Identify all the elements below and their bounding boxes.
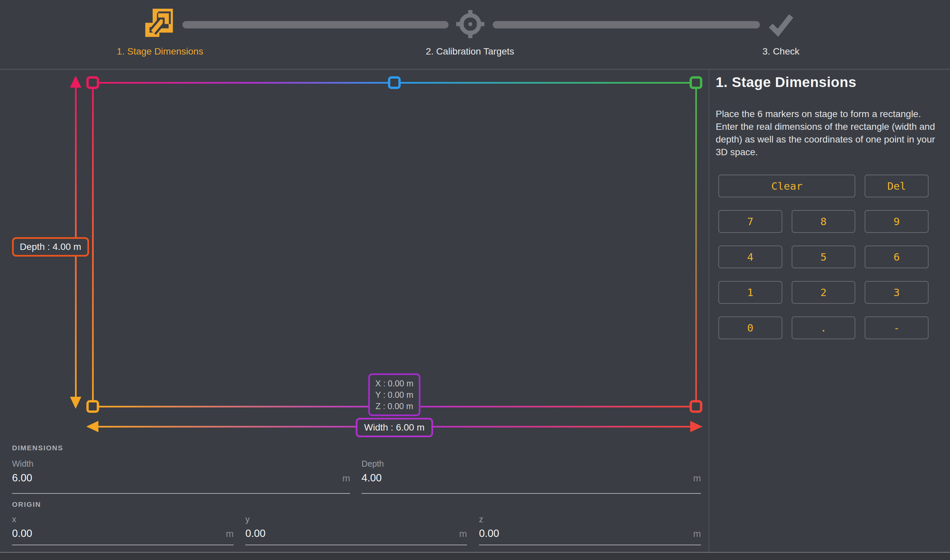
numpad: Clear Del 7 8 9 4 5 6 1 2 3 0 . - [719, 175, 928, 339]
numpad-clear-button[interactable]: Clear [719, 175, 855, 197]
stepper-progress-bar-1 [182, 21, 449, 28]
stage-edge-left [92, 82, 94, 408]
dimensions-section-heading: DIMENSIONS [12, 444, 63, 452]
depth-field-label: Depth [361, 460, 701, 468]
origin-x-readout: X : 0.00 m [375, 378, 413, 389]
marker-top-middle[interactable] [388, 76, 401, 89]
header-divider [0, 69, 950, 69]
marker-top-left[interactable] [86, 76, 99, 89]
origin-z-field-unit: m [693, 529, 701, 539]
origin-z-readout: Z : 0.00 m [375, 400, 413, 412]
width-dimension-tag: Width : 6.00 m [356, 418, 433, 437]
sidebar-description: Place the 6 markers on stage to form a r… [716, 108, 939, 158]
numpad-key-minus[interactable]: - [865, 317, 928, 339]
stepper-step-1-label[interactable]: 1. Stage Dimensions [117, 46, 203, 57]
numpad-key-4[interactable]: 4 [719, 246, 782, 268]
marker-center-dot [695, 405, 698, 408]
origin-y-field-unit: m [459, 529, 467, 539]
sidebar-divider [709, 69, 709, 552]
origin-z-field-value[interactable]: 0.00 [479, 528, 499, 538]
stepper-step-2-label[interactable]: 2. Calibration Targets [426, 46, 514, 57]
bottom-strip [0, 552, 950, 560]
origin-y-field[interactable]: y 0.00 m [245, 515, 467, 545]
origin-z-field[interactable]: z 0.00 m [479, 515, 701, 545]
origin-y-readout: Y : 0.00 m [375, 389, 413, 400]
origin-y-field-value[interactable]: 0.00 [245, 528, 265, 538]
numpad-key-2[interactable]: 2 [792, 281, 856, 304]
depth-dimension-tag: Depth : 4.00 m [12, 237, 89, 257]
depth-field-unit: m [693, 473, 701, 484]
width-field-label: Width [12, 460, 350, 468]
width-field[interactable]: Width 6.00 m [12, 460, 350, 494]
marker-top-right[interactable] [689, 76, 702, 89]
sidebar-title: 1. Stage Dimensions [716, 74, 856, 90]
numpad-key-7[interactable]: 7 [719, 210, 782, 233]
stepper-progress-bar-2 [493, 21, 760, 28]
marker-bottom-right[interactable] [689, 400, 702, 413]
stepper-step-3-label[interactable]: 3. Check [763, 46, 800, 57]
width-arrowhead-right-icon [690, 421, 702, 432]
numpad-key-8[interactable]: 8 [792, 210, 856, 233]
target-icon[interactable] [455, 8, 486, 40]
depth-arrowhead-up-icon [70, 75, 81, 88]
depth-field-value[interactable]: 4.00 [361, 473, 382, 483]
origin-section-heading: ORIGIN [12, 500, 41, 508]
width-arrowhead-left-icon [86, 421, 99, 432]
numpad-key-1[interactable]: 1 [719, 281, 782, 304]
numpad-key-decimal[interactable]: . [792, 317, 856, 339]
stage-edge-right [695, 82, 697, 408]
origin-point-tooltip: X : 0.00 m Y : 0.00 m Z : 0.00 m [368, 373, 420, 416]
check-icon[interactable] [766, 9, 795, 38]
origin-y-field-label: y [245, 515, 467, 523]
width-field-value[interactable]: 6.00 [12, 473, 32, 483]
origin-x-field[interactable]: x 0.00 m [12, 515, 234, 545]
origin-x-field-label: x [12, 515, 234, 523]
origin-z-field-label: z [479, 515, 701, 523]
numpad-del-button[interactable]: Del [865, 175, 928, 197]
app-root: 1. Stage Dimensions 2. Calibration Targe… [0, 0, 950, 560]
origin-x-field-unit: m [226, 529, 234, 539]
numpad-key-3[interactable]: 3 [865, 281, 928, 304]
depth-arrowhead-down-icon [70, 397, 81, 409]
marker-bottom-left[interactable] [86, 400, 99, 413]
numpad-key-9[interactable]: 9 [865, 210, 928, 233]
depth-field[interactable]: Depth 4.00 m [361, 460, 701, 494]
numpad-key-5[interactable]: 5 [792, 246, 856, 268]
origin-x-field-value[interactable]: 0.00 [12, 528, 32, 538]
scale-icon[interactable] [145, 9, 175, 38]
numpad-key-0[interactable]: 0 [719, 317, 782, 339]
numpad-key-6[interactable]: 6 [865, 246, 928, 268]
width-field-unit: m [342, 473, 350, 484]
